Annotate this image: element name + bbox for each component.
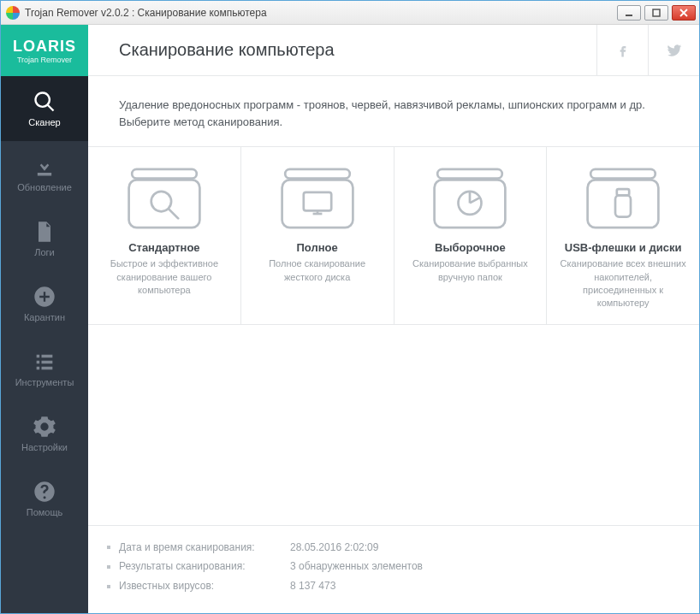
- sidebar-item-settings[interactable]: Настройки: [1, 401, 88, 466]
- sidebar-item-label: Сканер: [28, 117, 60, 127]
- scan-option-full[interactable]: Полное Полное сканирование жесткого диск…: [241, 147, 394, 324]
- search-icon: [33, 90, 56, 114]
- stats-value: 3 обнаруженных элементов: [290, 557, 423, 576]
- box-usb-icon: [582, 164, 664, 233]
- svg-rect-2: [132, 169, 197, 179]
- stats-row: Дата и время сканирования: 28.05.2016 2:…: [119, 538, 668, 558]
- logo-brand: LOARIS: [13, 38, 76, 56]
- stats-value: 28.05.2016 2:02:09: [290, 538, 378, 558]
- close-button[interactable]: [672, 5, 696, 21]
- close-icon: [679, 9, 688, 17]
- facebook-icon: [614, 42, 632, 59]
- titlebar: Trojan Remover v2.0.2 : Сканирование ком…: [1, 1, 699, 25]
- stats-row: Известных вирусов: 8 137 473: [119, 576, 668, 596]
- stats-label: Дата и время сканирования:: [119, 538, 290, 558]
- sidebar: LOARIS Trojan Remover Сканер Обновление …: [1, 25, 88, 613]
- scan-option-title: Стандартное: [98, 241, 230, 254]
- file-icon: [33, 220, 56, 244]
- twitter-button[interactable]: [648, 25, 699, 76]
- main-content: Сканирование компьютера Удаление вредоно…: [88, 25, 699, 613]
- scan-option-title: USB-флешки и диски: [557, 241, 689, 254]
- stats-label: Известных вирусов:: [119, 576, 290, 596]
- scan-option-desc: Сканирование выбранных вручную папок: [405, 257, 537, 284]
- maximize-icon: [652, 9, 661, 17]
- sidebar-item-help[interactable]: Помощь: [1, 466, 88, 531]
- svg-rect-3: [128, 180, 199, 228]
- minimize-button[interactable]: [617, 5, 641, 21]
- sidebar-item-label: Помощь: [27, 507, 63, 517]
- svg-rect-14: [590, 169, 656, 179]
- window-controls: [617, 5, 697, 21]
- download-icon: [33, 155, 56, 179]
- help-icon: [33, 480, 56, 504]
- sidebar-item-update[interactable]: Обновление: [1, 141, 88, 206]
- svg-line-5: [169, 210, 178, 219]
- minimize-icon: [625, 9, 633, 17]
- svg-rect-0: [626, 15, 632, 16]
- stats-row: Результаты сканирования: 3 обнаруженных …: [119, 557, 668, 576]
- gear-icon: [33, 415, 56, 439]
- logo-sub: Trojan Remover: [17, 56, 72, 64]
- app-window: Trojan Remover v2.0.2 : Сканирование ком…: [0, 0, 700, 614]
- svg-rect-17: [615, 196, 631, 217]
- stats-value: 8 137 473: [290, 576, 335, 596]
- app-icon: [6, 6, 20, 20]
- sidebar-item-quarantine[interactable]: Карантин: [1, 271, 88, 336]
- svg-rect-7: [282, 180, 353, 228]
- scan-option-desc: Полное сканирование жесткого диска: [252, 257, 383, 284]
- sidebar-item-label: Логи: [34, 247, 55, 257]
- scan-option-standard[interactable]: Стандартное Быстрое и эффективное сканир…: [88, 147, 241, 324]
- svg-rect-12: [435, 180, 506, 228]
- stats: Дата и время сканирования: 28.05.2016 2:…: [88, 525, 699, 613]
- page-title: Сканирование компьютера: [119, 40, 596, 60]
- scan-option-title: Выборочное: [405, 241, 537, 254]
- description-line2: Выберите метод сканирования.: [119, 114, 668, 131]
- header-row: Сканирование компьютера: [88, 25, 699, 76]
- svg-rect-8: [303, 192, 330, 211]
- stats-label: Результаты сканирования:: [119, 557, 290, 576]
- plus-circle-icon: [33, 285, 56, 309]
- box-pie-icon: [429, 164, 511, 233]
- sidebar-item-label: Карантин: [24, 312, 65, 322]
- svg-rect-11: [438, 169, 503, 179]
- list-icon: [33, 350, 56, 374]
- box-monitor-icon: [276, 164, 359, 233]
- scan-option-desc: Сканирование всех внешних накопителей, п…: [557, 257, 689, 310]
- twitter-icon: [666, 42, 683, 59]
- box-search-icon: [123, 164, 205, 233]
- social-buttons: [596, 25, 699, 76]
- window-title: Trojan Remover v2.0.2 : Сканирование ком…: [25, 7, 267, 19]
- description-line1: Удаление вредоносных программ - троянов,…: [119, 97, 668, 114]
- scan-option-usb[interactable]: USB-флешки и диски Сканирование всех вне…: [547, 147, 699, 324]
- maximize-button[interactable]: [644, 5, 668, 21]
- facebook-button[interactable]: [596, 25, 648, 76]
- sidebar-item-tools[interactable]: Инструменты: [1, 336, 88, 401]
- svg-rect-15: [588, 180, 659, 228]
- scan-option-custom[interactable]: Выборочное Сканирование выбранных вручну…: [394, 147, 548, 324]
- logo: LOARIS Trojan Remover: [1, 25, 88, 76]
- scan-option-title: Полное: [252, 241, 383, 254]
- sidebar-item-scan[interactable]: Сканер: [1, 76, 88, 141]
- scan-options: Стандартное Быстрое и эффективное сканир…: [88, 147, 699, 325]
- sidebar-item-label: Настройки: [21, 442, 68, 452]
- scan-option-desc: Быстрое и эффективное сканирование вашег…: [98, 257, 230, 297]
- svg-rect-6: [285, 169, 350, 179]
- description: Удаление вредоносных программ - троянов,…: [88, 76, 699, 147]
- sidebar-item-label: Инструменты: [15, 377, 74, 387]
- svg-rect-1: [653, 9, 660, 16]
- sidebar-item-logs[interactable]: Логи: [1, 206, 88, 271]
- sidebar-item-label: Обновление: [17, 182, 72, 192]
